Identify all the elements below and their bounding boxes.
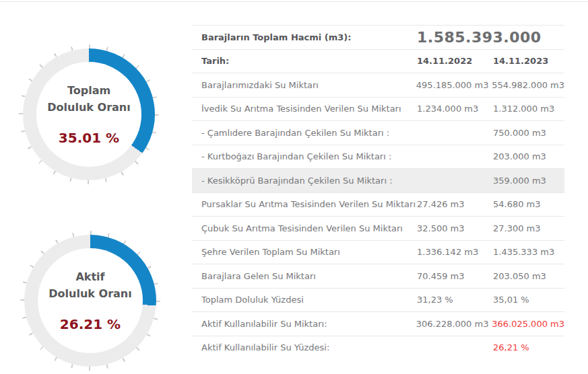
date-label: Tarih:	[201, 56, 417, 66]
gauge-percent-value: 26.21 %	[60, 316, 121, 332]
row-label: - Çamlıdere Barajından Çekilen Su Miktar…	[201, 128, 417, 138]
table-row[interactable]: Toplam Doluluk Yüzdesi 31,23 % 35,01 %	[192, 288, 564, 312]
value-2023: 203.050 m3	[493, 271, 564, 281]
value-2022: 1.336.142 m3	[417, 247, 493, 257]
value-2022: 1.234.000 m3	[417, 104, 493, 114]
total-fill-gauge: Toplam Doluluk Oranı 35.01 %	[23, 48, 155, 180]
dam-statistics-page: Toplam Doluluk Oranı 35.01 % Aktif Dolul…	[0, 0, 588, 374]
table-row[interactable]: Barajlarımızdaki Su Miktarı 495.185.000 …	[192, 73, 564, 97]
value-2022: 306.228.000 m3	[416, 319, 492, 329]
active-fill-gauge: Aktif Doluluk Oranı 26.21 %	[24, 235, 156, 367]
row-label: Barajlarımızdaki Su Miktarı	[201, 80, 416, 90]
gauge-center: Toplam Doluluk Oranı 35.01 %	[36, 62, 141, 167]
value-2023: 35,01 %	[493, 295, 564, 305]
value-2022: 70.459 m3	[417, 271, 493, 281]
row-label: Şehre Verilen Toplam Su Miktarı	[201, 247, 417, 257]
table-row[interactable]: - Kurtboğazı Barajından Çekilen Su Mikta…	[192, 145, 564, 169]
value-2023: 27.300 m3	[493, 223, 564, 233]
value-2022: 27.426 m3	[417, 199, 493, 209]
value-2023: 1.435.333 m3	[493, 247, 564, 257]
table-row[interactable]: Çubuk Su Arıtma Tesisinden Verilen Su Mi…	[192, 216, 564, 240]
gauge-title-line2: Doluluk Oranı	[48, 286, 131, 303]
value-2022: 495.185.000 m3	[416, 80, 492, 90]
table-row[interactable]: Aktif Kullanılabilir Su Miktarı: 306.228…	[192, 311, 564, 336]
dam-statistics-table: Barajların Toplam Hacmi (m3): 1.585.393.…	[192, 25, 564, 359]
table-row[interactable]: Pursaklar Su Arıtma Tesisinden Verilen S…	[192, 192, 564, 217]
value-2023: 1.312.000 m3	[493, 104, 564, 114]
total-volume-value: 1.585.393.000	[417, 29, 542, 46]
value-2023: 359.000 m3	[493, 176, 564, 186]
table-row[interactable]: Şehre Verilen Toplam Su Miktarı 1.336.14…	[192, 240, 564, 264]
value-2023-alert: 26,21 %	[493, 342, 564, 352]
table-row[interactable]: - Çamlıdere Barajından Çekilen Su Miktar…	[192, 120, 564, 145]
value-2023: 54.680 m3	[493, 199, 564, 209]
table-row[interactable]: Aktif Kullanılabilir Su Yüzdesi: 26,21 %	[192, 336, 564, 360]
gauge-center: Aktif Doluluk Oranı 26.21 %	[38, 248, 143, 353]
date-header-row: Tarih: 14.11.2022 14.11.2023	[192, 49, 564, 73]
gauge-percent-value: 35.01 %	[59, 130, 119, 146]
value-2022: 32.500 m3	[417, 223, 493, 233]
value-2023-alert: 366.025.000 m3	[492, 319, 564, 329]
row-label: - Kesikköprü Barajından Çekilen Su Mikta…	[201, 176, 417, 186]
table-row-highlighted[interactable]: - Kesikköprü Barajından Çekilen Su Mikta…	[192, 168, 564, 192]
row-label: Aktif Kullanılabilir Su Miktarı:	[201, 319, 416, 329]
total-volume-label: Barajların Toplam Hacmi (m3):	[201, 32, 417, 42]
value-2022: 31,23 %	[417, 295, 493, 305]
table-row[interactable]: İvedik Su Arıtma Tesisinden Verilen Su M…	[192, 97, 564, 121]
date-2023: 14.11.2023	[493, 56, 564, 66]
date-2022: 14.11.2022	[417, 56, 493, 66]
total-volume-row: Barajların Toplam Hacmi (m3): 1.585.393.…	[192, 25, 564, 49]
gauge-title-line1: Aktif	[48, 269, 131, 286]
gauge-title-line1: Toplam	[47, 83, 130, 100]
row-label: - Kurtboğazı Barajından Çekilen Su Mikta…	[201, 151, 417, 161]
row-label: Toplam Doluluk Yüzdesi	[201, 295, 417, 305]
row-label: Barajlara Gelen Su Miktarı	[201, 271, 417, 281]
gauge-title: Aktif Doluluk Oranı	[48, 269, 131, 303]
value-2023: 203.000 m3	[493, 151, 564, 161]
row-label: Pursaklar Su Arıtma Tesisinden Verilen S…	[201, 199, 417, 209]
value-2023: 554.982.000 m3	[492, 80, 564, 90]
top-divider	[0, 1, 588, 2]
gauge-title-line2: Doluluk Oranı	[47, 100, 130, 116]
row-label: Çubuk Su Arıtma Tesisinden Verilen Su Mi…	[201, 223, 417, 233]
row-label: Aktif Kullanılabilir Su Yüzdesi:	[201, 342, 417, 352]
gauge-title: Toplam Doluluk Oranı	[47, 83, 130, 116]
value-2023: 750.000 m3	[493, 128, 564, 138]
table-row[interactable]: Barajlara Gelen Su Miktarı 70.459 m3 203…	[192, 264, 564, 288]
row-label: İvedik Su Arıtma Tesisinden Verilen Su M…	[201, 104, 417, 114]
